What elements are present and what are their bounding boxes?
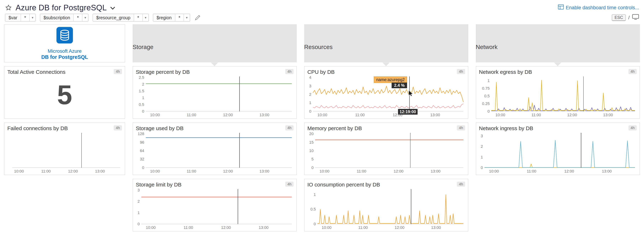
- chart-io-consumption[interactable]: 00.5110:0011:0012:0013:00: [308, 188, 465, 230]
- keyboard-hint-group: ESC /: [612, 14, 639, 21]
- title-chevron-down-icon[interactable]: [110, 7, 115, 10]
- svg-text:10:00: 10:00: [322, 225, 332, 230]
- variable-subscription-chevron-icon[interactable]: ▾: [82, 14, 88, 21]
- variable-region[interactable]: $region * ▾: [153, 14, 190, 22]
- range-badge: 4h: [457, 125, 465, 130]
- svg-text:4: 4: [309, 76, 311, 80]
- svg-text:10:00: 10:00: [317, 113, 327, 117]
- svg-text:64: 64: [140, 148, 144, 153]
- svg-text:20: 20: [309, 132, 314, 136]
- svg-text:11:00: 11:00: [357, 169, 366, 173]
- dashboard-title: Azure DB for PostgreSQL: [16, 3, 107, 12]
- variable-region-value[interactable]: *: [175, 14, 184, 21]
- svg-text:0.5: 0.5: [139, 102, 144, 107]
- panel-title[interactable]: Network ingress by DB: [479, 125, 628, 132]
- svg-text:1: 1: [142, 96, 144, 100]
- svg-text:13:00: 13:00: [431, 225, 441, 230]
- panel-title[interactable]: Storage used by DB: [136, 125, 285, 132]
- favorite-star-icon[interactable]: [5, 4, 12, 11]
- variable-resource-group-chevron-icon[interactable]: ▾: [143, 14, 148, 21]
- section-header-network: Network: [476, 24, 640, 62]
- variable-resource-group-value[interactable]: *: [134, 14, 143, 21]
- panel-io-consumption: IO consumption percent by DB 4h 00.5110:…: [304, 179, 468, 231]
- panel-title[interactable]: Network egress by DB: [479, 69, 628, 75]
- svg-text:10:00: 10:00: [146, 225, 156, 230]
- svg-text:11:00: 11:00: [187, 113, 196, 117]
- svg-text:0: 0: [314, 221, 316, 226]
- svg-text:2: 2: [138, 199, 140, 203]
- panel-total-active-connections: Total Active Connections 4h 5: [4, 66, 125, 119]
- svg-text:13:00: 13:00: [430, 113, 440, 117]
- variable-subscription-name: $subscription: [40, 14, 74, 21]
- svg-text:12:00: 12:00: [223, 169, 233, 173]
- range-badge: 4h: [114, 69, 122, 74]
- svg-text:13:00: 13:00: [603, 113, 613, 117]
- esc-key-button[interactable]: ESC: [612, 14, 626, 21]
- edit-pencil-icon[interactable]: [195, 15, 200, 20]
- variable-region-chevron-icon[interactable]: ▾: [184, 14, 190, 21]
- chart-storage-percent[interactable]: 00.511.522.510:0011:0012:0013:00: [136, 76, 294, 118]
- chart-cpu[interactable]: 0123410:0011:0012:0013:00name:azurepg22.…: [308, 76, 465, 118]
- panel-title[interactable]: Storage percent by DB: [136, 69, 285, 75]
- svg-text:0.5: 0.5: [484, 94, 490, 98]
- svg-text:12:00: 12:00: [394, 225, 404, 230]
- svg-text:12:00: 12:00: [394, 169, 404, 173]
- panel-title[interactable]: Total Active Connections: [7, 69, 114, 75]
- svg-text:10:00: 10:00: [495, 113, 505, 117]
- variable-var-value[interactable]: *: [21, 14, 30, 21]
- dashboard-grid: Microsoft Azure DB for PostgreSQL Storag…: [4, 24, 639, 231]
- svg-text:11:00: 11:00: [532, 113, 541, 117]
- azure-db-icon: [56, 27, 73, 46]
- svg-text:3: 3: [309, 84, 311, 88]
- brand-line-1: Microsoft Azure: [48, 48, 82, 54]
- svg-text:0: 0: [309, 109, 311, 113]
- panel-title[interactable]: Memory percent by DB: [308, 125, 457, 132]
- panel-cpu: CPU by DB 4h 0123410:0011:0012:0013:00na…: [304, 66, 468, 119]
- variable-subscription-value[interactable]: *: [74, 14, 82, 21]
- dashboard-topbar: Azure DB for PostgreSQL Enable dashboard…: [0, 0, 644, 12]
- tv-mode-icon[interactable]: [632, 14, 639, 21]
- panel-title[interactable]: IO consumption percent by DB: [308, 182, 457, 188]
- svg-text:10:00: 10:00: [320, 169, 329, 173]
- panel-title[interactable]: CPU by DB: [308, 69, 457, 75]
- singlestat-value: 5: [7, 76, 122, 118]
- chart-network-egress[interactable]: 00.250.50.75110:0011:0012:0013:00: [479, 76, 637, 118]
- variable-resource-group[interactable]: $resource_group * ▾: [92, 14, 149, 22]
- chart-failed-connections[interactable]: 10:0011:0012:0013:00: [7, 132, 122, 174]
- chart-network-ingress[interactable]: 012310:0011:0012:0013:00: [479, 132, 637, 174]
- svg-text:13:00: 13:00: [95, 169, 105, 173]
- svg-text:11:00: 11:00: [527, 169, 536, 173]
- svg-text:11:00: 11:00: [41, 169, 51, 173]
- svg-text:0: 0: [311, 165, 314, 170]
- svg-text:0: 0: [138, 221, 140, 226]
- section-network-arrow: [554, 63, 561, 66]
- svg-text:12:00: 12:00: [223, 113, 233, 117]
- svg-text:0.25: 0.25: [482, 101, 490, 106]
- variable-subscription[interactable]: $subscription * ▾: [40, 14, 88, 22]
- svg-text:11:00: 11:00: [355, 113, 364, 117]
- range-badge: 4h: [457, 69, 465, 74]
- svg-text:10:00: 10:00: [489, 169, 499, 173]
- svg-text:2: 2: [480, 144, 483, 149]
- svg-text:13:00: 13:00: [260, 169, 269, 173]
- chart-storage-used[interactable]: 032649612810:0011:0012:0013:00: [136, 132, 294, 174]
- enable-time-controls-link[interactable]: Enable dashboard time controls...: [558, 5, 639, 11]
- section-resources-arrow: [382, 63, 390, 66]
- panel-title[interactable]: Storage limit by DB: [136, 182, 285, 188]
- variable-var-chevron-icon[interactable]: ▾: [30, 14, 36, 21]
- svg-text:11:00: 11:00: [358, 225, 368, 230]
- variable-var[interactable]: $var * ▾: [5, 14, 36, 22]
- panel-title[interactable]: Failed connections by DB: [7, 125, 114, 132]
- variable-var-name: $var: [5, 14, 21, 21]
- chart-storage-limit[interactable]: 012310:0011:0012:0013:00: [136, 188, 294, 230]
- range-badge: 4h: [114, 125, 122, 130]
- section-network-label: Network: [476, 44, 640, 51]
- svg-text:2: 2: [309, 92, 311, 97]
- svg-text:1: 1: [488, 78, 490, 83]
- range-badge: 4h: [285, 182, 294, 187]
- panel-network-ingress: Network ingress by DB 4h 012310:0011:001…: [476, 122, 640, 175]
- range-badge: 4h: [457, 182, 465, 187]
- chart-memory-percent[interactable]: 0510152010:0011:0012:0013:00: [308, 132, 465, 174]
- svg-text:10:00: 10:00: [150, 169, 160, 173]
- panel-memory-percent: Memory percent by DB 4h 0510152010:0011:…: [304, 122, 468, 175]
